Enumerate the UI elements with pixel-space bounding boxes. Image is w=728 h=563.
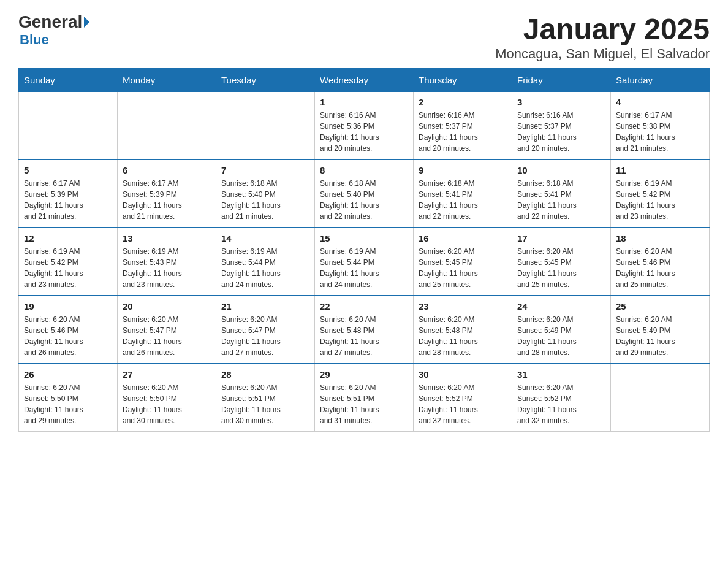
- calendar-cell-w2-d2: 6Sunrise: 6:17 AM Sunset: 5:39 PM Daylig…: [118, 159, 216, 228]
- calendar-cell-w3-d5: 16Sunrise: 6:20 AM Sunset: 5:45 PM Dayli…: [414, 228, 512, 296]
- day-number: 11: [616, 165, 704, 175]
- day-number: 3: [517, 97, 605, 107]
- day-info: Sunrise: 6:20 AM Sunset: 5:47 PM Dayligh…: [123, 314, 211, 358]
- col-wednesday: Wednesday: [315, 69, 414, 92]
- day-info: Sunrise: 6:20 AM Sunset: 5:49 PM Dayligh…: [517, 314, 605, 358]
- calendar-cell-w4-d4: 22Sunrise: 6:20 AM Sunset: 5:48 PM Dayli…: [315, 296, 414, 364]
- day-number: 27: [123, 369, 211, 380]
- calendar-cell-w3-d1: 12Sunrise: 6:19 AM Sunset: 5:42 PM Dayli…: [19, 228, 118, 296]
- day-info: Sunrise: 6:20 AM Sunset: 5:45 PM Dayligh…: [419, 246, 507, 290]
- calendar-table: Sunday Monday Tuesday Wednesday Thursday…: [18, 68, 710, 432]
- day-info: Sunrise: 6:19 AM Sunset: 5:42 PM Dayligh…: [616, 178, 704, 222]
- col-friday: Friday: [512, 69, 611, 92]
- day-info: Sunrise: 6:20 AM Sunset: 5:50 PM Dayligh…: [24, 382, 112, 426]
- day-number: 21: [221, 301, 309, 312]
- day-info: Sunrise: 6:20 AM Sunset: 5:46 PM Dayligh…: [24, 314, 112, 358]
- calendar-cell-w4-d1: 19Sunrise: 6:20 AM Sunset: 5:46 PM Dayli…: [19, 296, 118, 364]
- logo: General Blue: [18, 12, 89, 48]
- logo-blue-text: Blue: [20, 32, 49, 48]
- calendar-cell-w2-d6: 10Sunrise: 6:18 AM Sunset: 5:41 PM Dayli…: [512, 159, 611, 228]
- col-sunday: Sunday: [19, 69, 118, 92]
- day-number: 18: [616, 233, 704, 243]
- day-info: Sunrise: 6:18 AM Sunset: 5:41 PM Dayligh…: [419, 178, 507, 222]
- day-number: 2: [419, 97, 507, 107]
- calendar-cell-w1-d6: 3Sunrise: 6:16 AM Sunset: 5:37 PM Daylig…: [512, 92, 611, 160]
- day-info: Sunrise: 6:19 AM Sunset: 5:44 PM Dayligh…: [221, 246, 309, 290]
- calendar-cell-w2-d1: 5Sunrise: 6:17 AM Sunset: 5:39 PM Daylig…: [19, 159, 118, 228]
- calendar-cell-w3-d7: 18Sunrise: 6:20 AM Sunset: 5:46 PM Dayli…: [611, 228, 710, 296]
- day-number: 23: [419, 301, 507, 312]
- day-info: Sunrise: 6:20 AM Sunset: 5:51 PM Dayligh…: [320, 382, 408, 426]
- day-info: Sunrise: 6:16 AM Sunset: 5:37 PM Dayligh…: [419, 110, 507, 154]
- calendar-cell-w4-d2: 20Sunrise: 6:20 AM Sunset: 5:47 PM Dayli…: [118, 296, 216, 364]
- day-info: Sunrise: 6:20 AM Sunset: 5:52 PM Dayligh…: [517, 382, 605, 426]
- calendar-cell-w1-d1: [19, 92, 118, 160]
- calendar-cell-w5-d6: 31Sunrise: 6:20 AM Sunset: 5:52 PM Dayli…: [512, 364, 611, 432]
- day-number: 20: [123, 301, 211, 312]
- calendar-cell-w2-d7: 11Sunrise: 6:19 AM Sunset: 5:42 PM Dayli…: [611, 159, 710, 228]
- logo-general-text: General: [18, 12, 82, 32]
- col-thursday: Thursday: [414, 69, 512, 92]
- day-info: Sunrise: 6:20 AM Sunset: 5:50 PM Dayligh…: [123, 382, 211, 426]
- title-block: January 2025 Moncagua, San Miguel, El Sa…: [495, 12, 710, 62]
- day-number: 28: [221, 369, 309, 380]
- calendar-cell-w2-d4: 8Sunrise: 6:18 AM Sunset: 5:40 PM Daylig…: [315, 159, 414, 228]
- day-info: Sunrise: 6:18 AM Sunset: 5:41 PM Dayligh…: [517, 178, 605, 222]
- day-number: 22: [320, 301, 408, 312]
- day-info: Sunrise: 6:16 AM Sunset: 5:37 PM Dayligh…: [517, 110, 605, 154]
- day-number: 12: [24, 233, 112, 243]
- day-number: 8: [320, 165, 408, 175]
- day-number: 24: [517, 301, 605, 312]
- calendar-cell-w4-d3: 21Sunrise: 6:20 AM Sunset: 5:47 PM Dayli…: [216, 296, 315, 364]
- day-number: 14: [221, 233, 309, 243]
- calendar-week-2: 5Sunrise: 6:17 AM Sunset: 5:39 PM Daylig…: [19, 159, 710, 228]
- day-number: 15: [320, 233, 408, 243]
- day-info: Sunrise: 6:17 AM Sunset: 5:38 PM Dayligh…: [616, 110, 704, 154]
- calendar-cell-w4-d5: 23Sunrise: 6:20 AM Sunset: 5:48 PM Dayli…: [414, 296, 512, 364]
- day-info: Sunrise: 6:17 AM Sunset: 5:39 PM Dayligh…: [24, 178, 112, 222]
- calendar-cell-w5-d5: 30Sunrise: 6:20 AM Sunset: 5:52 PM Dayli…: [414, 364, 512, 432]
- day-info: Sunrise: 6:20 AM Sunset: 5:48 PM Dayligh…: [320, 314, 408, 358]
- day-info: Sunrise: 6:18 AM Sunset: 5:40 PM Dayligh…: [320, 178, 408, 222]
- page-title: January 2025: [495, 12, 710, 46]
- day-number: 31: [517, 369, 605, 380]
- calendar-cell-w4-d7: 25Sunrise: 6:20 AM Sunset: 5:49 PM Dayli…: [611, 296, 710, 364]
- calendar-cell-w2-d5: 9Sunrise: 6:18 AM Sunset: 5:41 PM Daylig…: [414, 159, 512, 228]
- day-number: 25: [616, 301, 704, 312]
- page-header: General Blue January 2025 Moncagua, San …: [18, 12, 710, 62]
- day-number: 5: [24, 165, 112, 175]
- day-number: 30: [419, 369, 507, 380]
- day-info: Sunrise: 6:19 AM Sunset: 5:43 PM Dayligh…: [123, 246, 211, 290]
- day-info: Sunrise: 6:18 AM Sunset: 5:40 PM Dayligh…: [221, 178, 309, 222]
- calendar-cell-w5-d1: 26Sunrise: 6:20 AM Sunset: 5:50 PM Dayli…: [19, 364, 118, 432]
- logo-triangle-icon: [84, 17, 89, 28]
- calendar-cell-w2-d3: 7Sunrise: 6:18 AM Sunset: 5:40 PM Daylig…: [216, 159, 315, 228]
- day-info: Sunrise: 6:20 AM Sunset: 5:51 PM Dayligh…: [221, 382, 309, 426]
- day-number: 17: [517, 233, 605, 243]
- day-info: Sunrise: 6:19 AM Sunset: 5:42 PM Dayligh…: [24, 246, 112, 290]
- day-info: Sunrise: 6:20 AM Sunset: 5:47 PM Dayligh…: [221, 314, 309, 358]
- col-tuesday: Tuesday: [216, 69, 315, 92]
- day-number: 1: [320, 97, 408, 107]
- calendar-cell-w3-d2: 13Sunrise: 6:19 AM Sunset: 5:43 PM Dayli…: [118, 228, 216, 296]
- calendar-week-4: 19Sunrise: 6:20 AM Sunset: 5:46 PM Dayli…: [19, 296, 710, 364]
- day-number: 16: [419, 233, 507, 243]
- day-number: 10: [517, 165, 605, 175]
- calendar-week-1: 1Sunrise: 6:16 AM Sunset: 5:36 PM Daylig…: [19, 92, 710, 160]
- calendar-week-5: 26Sunrise: 6:20 AM Sunset: 5:50 PM Dayli…: [19, 364, 710, 432]
- day-info: Sunrise: 6:20 AM Sunset: 5:48 PM Dayligh…: [419, 314, 507, 358]
- day-number: 7: [221, 165, 309, 175]
- day-info: Sunrise: 6:19 AM Sunset: 5:44 PM Dayligh…: [320, 246, 408, 290]
- day-info: Sunrise: 6:20 AM Sunset: 5:45 PM Dayligh…: [517, 246, 605, 290]
- day-number: 19: [24, 301, 112, 312]
- day-info: Sunrise: 6:20 AM Sunset: 5:52 PM Dayligh…: [419, 382, 507, 426]
- calendar-cell-w4-d6: 24Sunrise: 6:20 AM Sunset: 5:49 PM Dayli…: [512, 296, 611, 364]
- day-number: 6: [123, 165, 211, 175]
- calendar-cell-w1-d5: 2Sunrise: 6:16 AM Sunset: 5:37 PM Daylig…: [414, 92, 512, 160]
- day-number: 13: [123, 233, 211, 243]
- page-subtitle: Moncagua, San Miguel, El Salvador: [495, 46, 710, 62]
- day-number: 26: [24, 369, 112, 380]
- calendar-cell-w5-d4: 29Sunrise: 6:20 AM Sunset: 5:51 PM Dayli…: [315, 364, 414, 432]
- calendar-header-row: Sunday Monday Tuesday Wednesday Thursday…: [19, 69, 710, 92]
- day-info: Sunrise: 6:16 AM Sunset: 5:36 PM Dayligh…: [320, 110, 408, 154]
